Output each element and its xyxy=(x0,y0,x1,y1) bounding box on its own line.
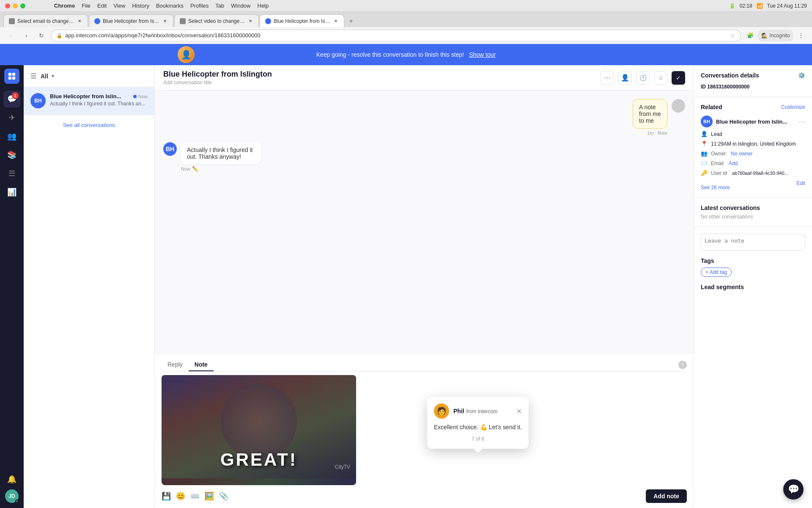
sidebar-bottom: 🔔 JD xyxy=(3,471,20,505)
messages-area: A note from me to me 1m · Note BH Actual… xyxy=(155,91,694,353)
rs-see-more-btn[interactable]: See 26 more xyxy=(701,185,730,190)
sidebar-icon-inbox[interactable]: 💬 1 xyxy=(3,91,20,108)
svg-rect-0 xyxy=(8,73,11,76)
see-all-conversations[interactable]: See all conversations xyxy=(24,115,154,135)
inbox-badge: 1 xyxy=(12,92,19,99)
rs-details-header: Conversation details ⚙️ xyxy=(701,72,805,79)
tooltip-close-btn[interactable]: ✕ xyxy=(516,407,522,415)
rs-edit-btn[interactable]: Edit xyxy=(796,180,805,190)
note-bubble: A note from me to me xyxy=(633,99,667,129)
tour-banner: 👤 Keep going - resolve this conversation… xyxy=(0,44,812,65)
rs-actions-row: See 26 more Edit xyxy=(701,180,805,190)
tooltip-avatar-image: 🧑 xyxy=(434,403,449,419)
more-options-btn[interactable]: ⋯ xyxy=(601,71,614,85)
help-icon[interactable]: ? xyxy=(678,361,687,369)
gif-watermark: CityTV xyxy=(335,464,350,470)
bell-icon: 🔔 xyxy=(7,475,16,484)
rs-gear-icon[interactable]: ⚙️ xyxy=(798,72,805,79)
rs-location-value: 11:29AM in Islington, United Kingdom xyxy=(711,141,796,147)
sidebar-icon-notifications[interactable]: 🔔 xyxy=(3,471,20,488)
menu-history[interactable]: History xyxy=(132,3,149,9)
maximize-btn[interactable] xyxy=(20,3,25,8)
menu-chrome[interactable]: Chrome xyxy=(54,3,75,9)
hamburger-icon[interactable]: ☰ xyxy=(30,72,36,80)
reload-btn[interactable]: ↻ xyxy=(36,30,47,41)
add-note-button[interactable]: Add note xyxy=(646,489,687,503)
tab-2[interactable]: Select video to change | Djang... ✕ xyxy=(174,14,259,27)
menu-window[interactable]: Window xyxy=(231,3,250,9)
user-msg-meta: Now ✏️ xyxy=(181,166,315,172)
extensions-btn[interactable]: 🧩 xyxy=(744,30,756,41)
rs-contact-more-icon[interactable]: ⋯ xyxy=(798,118,805,126)
location-icon: 📍 xyxy=(701,141,708,147)
tab-1[interactable]: Blue Helicopter from Islington ✕ xyxy=(89,14,173,27)
new-tab-btn[interactable]: + xyxy=(345,15,357,27)
forward-btn[interactable]: › xyxy=(20,30,32,41)
svg-rect-1 xyxy=(12,73,15,76)
star-btn[interactable]: ☆ xyxy=(654,71,667,85)
keyboard-icon[interactable]: ⌨️ xyxy=(190,491,200,501)
edit-icon[interactable]: ✏️ xyxy=(192,166,198,172)
rs-email-value[interactable]: Add xyxy=(729,160,738,166)
note-tab[interactable]: Note xyxy=(189,359,214,371)
save-draft-icon[interactable]: 💾 xyxy=(162,491,171,501)
rs-notes-input[interactable] xyxy=(701,234,805,251)
sidebar-icon-contacts[interactable]: 👥 xyxy=(3,128,20,145)
clock-time: Tue 24 Aug 11:29 xyxy=(767,3,807,9)
titlebar-menu: Chrome File Edit View History Bookmarks … xyxy=(54,3,269,9)
bookmark-icon[interactable]: ☆ xyxy=(730,32,735,39)
conversations-header: ☰ All ▼ xyxy=(24,65,154,87)
rs-no-conversations: No other conversations xyxy=(701,214,805,220)
close-btn[interactable] xyxy=(5,3,10,8)
show-tour-link[interactable]: Show tour xyxy=(469,51,496,58)
incognito-badge: 🕵️ Incognito xyxy=(758,30,793,41)
conversations-filter[interactable]: All ▼ xyxy=(41,73,55,80)
tab-2-close[interactable]: ✕ xyxy=(247,18,253,24)
nav-right-controls: 🧩 🕵️ Incognito ⋮ xyxy=(744,30,807,41)
sidebar-icon-reports[interactable]: ☰ xyxy=(3,165,20,182)
conversation-subtitle[interactable]: Add conversation title xyxy=(163,80,595,86)
sidebar-icon-analytics[interactable]: 📊 xyxy=(3,184,20,201)
agent-avatar xyxy=(672,99,685,113)
menu-view[interactable]: View xyxy=(113,3,125,9)
attachment-icon[interactable]: 📎 xyxy=(219,491,228,501)
sidebar-user-avatar[interactable]: JD xyxy=(3,488,20,505)
sidebar-logo[interactable] xyxy=(4,69,19,84)
image-icon[interactable]: 🖼️ xyxy=(205,491,214,501)
rs-customize-btn[interactable]: Customize xyxy=(781,104,805,110)
tab-3[interactable]: Blue Helicopter from Islington ✕ xyxy=(260,14,344,27)
tab-1-close[interactable]: ✕ xyxy=(162,18,168,24)
address-bar[interactable]: 🔒 app.intercom.com/a/apps/nqe7r2fw/inbox… xyxy=(51,30,741,41)
resolve-btn[interactable]: ✓ xyxy=(672,71,685,85)
menu-file[interactable]: File xyxy=(82,3,91,9)
rs-contact-name-block[interactable]: BH Blue Helicopter from Islin... xyxy=(701,116,787,127)
rs-add-tag-btn[interactable]: + Add tag xyxy=(701,268,732,277)
more-btn[interactable]: ⋮ xyxy=(795,30,807,41)
sidebar-icon-outbound[interactable]: ✈ xyxy=(3,109,20,126)
menu-profiles[interactable]: Profiles xyxy=(190,3,208,9)
traffic-lights[interactable] xyxy=(5,3,25,8)
tooltip-name: Phil xyxy=(453,408,464,414)
menu-tab[interactable]: Tab xyxy=(215,3,224,9)
minimize-btn[interactable] xyxy=(13,3,18,8)
conversation-item-0[interactable]: BH Blue Helicopter from Islin... Now Act… xyxy=(24,87,154,115)
sidebar-icon-knowledge[interactable]: 📚 xyxy=(3,146,20,163)
snooze-btn[interactable]: 🕐 xyxy=(636,71,650,85)
tab-1-label: Blue Helicopter from Islington xyxy=(103,18,159,24)
reply-tab[interactable]: Reply xyxy=(162,359,189,371)
assign-btn[interactable]: 👤 xyxy=(618,71,632,85)
conv-meta-0: Now xyxy=(133,94,148,99)
tab-3-close[interactable]: ✕ xyxy=(333,18,339,24)
tab-0-label: Select email to change | Djang... xyxy=(17,18,74,24)
back-btn[interactable]: ‹ xyxy=(5,30,17,41)
menu-help[interactable]: Help xyxy=(258,3,269,9)
user-msg-avatar: BH xyxy=(163,142,177,156)
menu-edit[interactable]: Edit xyxy=(97,3,107,9)
emoji-icon[interactable]: 😊 xyxy=(176,491,185,501)
tab-0[interactable]: Select email to change | Djang... ✕ xyxy=(3,14,88,27)
user-msg-container: Actually I think I figured it out. Thank… xyxy=(181,142,315,172)
chat-widget-btn[interactable]: 💬 xyxy=(783,479,804,500)
menu-bookmarks[interactable]: Bookmarks xyxy=(156,3,184,9)
tab-0-close[interactable]: ✕ xyxy=(77,18,82,24)
rs-owner-value[interactable]: No owner xyxy=(731,151,752,157)
